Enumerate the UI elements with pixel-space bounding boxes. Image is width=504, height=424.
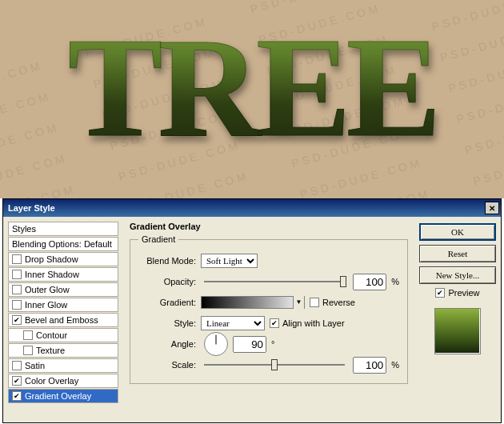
checkbox-icon[interactable] — [23, 330, 33, 340]
section-title: Gradient Overlay — [130, 222, 408, 231]
sidebar-item-styles[interactable]: Styles — [8, 222, 118, 236]
preview-checkbox[interactable]: ✔ — [435, 288, 445, 298]
style-select[interactable]: Linear — [201, 316, 265, 330]
percent-label: % — [391, 277, 399, 286]
sidebar-item-satin[interactable]: Satin — [8, 358, 118, 373]
gradient-picker[interactable]: ▼ — [201, 296, 305, 309]
opacity-label: Opacity: — [138, 277, 196, 286]
angle-input[interactable] — [233, 336, 266, 353]
layer-style-dialog: Layer Style ✕ Styles Blending Options: D… — [2, 198, 502, 423]
checkbox-icon[interactable]: ✔ — [12, 391, 22, 401]
reset-button[interactable]: Reset — [419, 245, 496, 262]
new-style-button[interactable]: New Style... — [419, 266, 496, 284]
degree-label: ° — [271, 339, 274, 349]
sidebar-item-bevel-emboss[interactable]: ✔Bevel and Emboss — [8, 313, 118, 327]
gradient-fieldset: Gradient Blend Mode: Soft Light Opacity:… — [130, 234, 408, 384]
checkbox-icon[interactable] — [23, 346, 33, 355]
fieldset-legend: Gradient — [138, 234, 178, 244]
checkbox-icon[interactable] — [12, 270, 22, 279]
preview-swatch — [434, 308, 481, 354]
sidebar-item-inner-glow[interactable]: Inner Glow — [8, 298, 118, 312]
scale-slider[interactable] — [201, 358, 348, 372]
checkbox-icon[interactable] — [12, 285, 22, 294]
checkbox-icon[interactable] — [12, 361, 22, 370]
sidebar-item-inner-shadow[interactable]: Inner Shadow — [8, 267, 118, 282]
reverse-label: Reverse — [322, 298, 355, 307]
sidebar-item-contour[interactable]: Contour — [8, 328, 118, 342]
sidebar-item-outer-glow[interactable]: Outer Glow — [8, 282, 118, 297]
options-panel: Gradient Overlay Gradient Blend Mode: So… — [123, 217, 414, 422]
opacity-slider[interactable] — [201, 274, 348, 289]
dialog-titlebar[interactable]: Layer Style ✕ — [3, 199, 501, 217]
tree-text: TREE — [68, 5, 437, 170]
sidebar-item-drop-shadow[interactable]: Drop Shadow — [8, 252, 118, 266]
dialog-title: Layer Style — [8, 203, 55, 213]
dialog-right-column: OK Reset New Style... ✔Preview — [414, 217, 501, 422]
blend-mode-label: Blend Mode: — [138, 256, 196, 266]
checkbox-icon[interactable]: ✔ — [12, 376, 22, 386]
align-checkbox[interactable]: ✔ — [270, 318, 279, 328]
artwork-canvas: PSD-DUDE.COM PSD-DUDE.COM PSD-DUDE.COM P… — [0, 0, 504, 198]
checkbox-icon[interactable]: ✔ — [12, 315, 22, 325]
style-label: Style: — [138, 318, 196, 328]
sidebar-item-texture[interactable]: Texture — [8, 343, 118, 358]
sidebar-item-color-overlay[interactable]: ✔Color Overlay — [8, 374, 118, 388]
scale-input[interactable] — [353, 357, 386, 374]
preview-label: Preview — [448, 288, 479, 298]
checkbox-icon[interactable] — [12, 300, 22, 310]
reverse-checkbox[interactable] — [310, 298, 319, 307]
close-icon[interactable]: ✕ — [485, 202, 499, 214]
sidebar-item-blending[interactable]: Blending Options: Default — [8, 237, 118, 251]
align-label: Align with Layer — [282, 318, 345, 328]
blend-mode-select[interactable]: Soft Light — [201, 254, 258, 268]
sidebar-item-gradient-overlay[interactable]: ✔Gradient Overlay — [8, 389, 118, 403]
scale-label: Scale: — [138, 360, 196, 370]
ok-button[interactable]: OK — [419, 223, 496, 241]
checkbox-icon[interactable] — [12, 254, 22, 264]
chevron-down-icon[interactable]: ▼ — [293, 296, 304, 309]
percent-label: % — [391, 360, 399, 370]
opacity-input[interactable] — [353, 274, 386, 290]
angle-dial[interactable] — [204, 332, 228, 356]
styles-sidebar: Styles Blending Options: Default Drop Sh… — [3, 217, 123, 422]
angle-label: Angle: — [138, 339, 196, 349]
gradient-label: Gradient: — [138, 298, 196, 307]
